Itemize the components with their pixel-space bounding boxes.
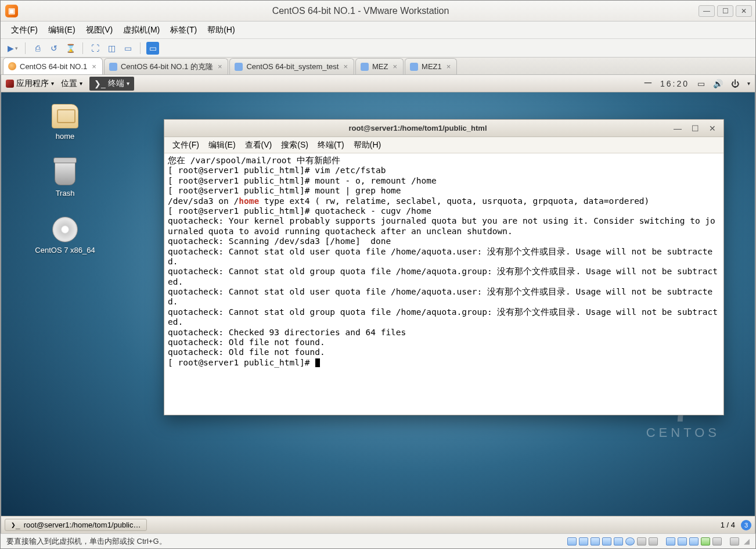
taskbar-terminal-button[interactable]: ❯_ root@server1:/home/tom1/public… xyxy=(5,519,147,531)
terminal-line: quotacheck: Scanning /dev/sda3 [/home] d… xyxy=(168,236,720,246)
term-menu-view[interactable]: 查看(V) xyxy=(242,138,276,152)
terminal-cursor xyxy=(315,358,320,367)
desktop-icon-trash[interactable]: Trash xyxy=(24,160,106,198)
apps-label: 应用程序 xyxy=(16,78,49,89)
vm-tab[interactable]: CentOS 64-bit NO.1 的克隆 × xyxy=(104,58,229,74)
unity-icon[interactable]: ◫ xyxy=(105,42,118,55)
terminal-maximize-button[interactable]: ☐ xyxy=(690,123,700,134)
vmware-app-icon: ▣ xyxy=(5,5,18,17)
hdd-icon[interactable] xyxy=(602,537,611,546)
vm-tab-label: MEZ xyxy=(372,62,388,71)
usb-icon[interactable] xyxy=(649,537,658,546)
vm-tab-label: CentOS 64-bit NO.1 xyxy=(20,62,87,71)
menu-help[interactable]: 帮助(H) xyxy=(203,23,239,37)
term-menu-terminal[interactable]: 终端(T) xyxy=(314,138,348,152)
term-menu-file[interactable]: 文件(F) xyxy=(169,138,203,152)
desktop-icon-home[interactable]: home xyxy=(24,104,106,141)
desktop-icon-iso[interactable]: CentOS 7 x86_64 xyxy=(24,217,106,254)
display-icon[interactable] xyxy=(712,537,722,546)
chevron-down-icon: ▾ xyxy=(127,80,129,87)
sound-icon[interactable] xyxy=(701,537,710,546)
message-log-icon[interactable] xyxy=(730,537,739,546)
term-menu-search[interactable]: 搜索(S) xyxy=(278,138,312,152)
nic-icon[interactable] xyxy=(678,537,687,546)
terminal-line: quotacheck: Checked 93 directories and 6… xyxy=(168,328,720,338)
vm-tab[interactable]: CentOS 64-bit NO.1 × xyxy=(3,58,103,74)
running-terminal-menu[interactable]: ❯_ 终端 ▾ xyxy=(89,77,134,91)
close-button[interactable]: ✕ xyxy=(736,5,752,17)
terminal-line: quotacheck: Old file not found. xyxy=(168,347,720,357)
guest-display[interactable]: 应用程序 ▾ 位置 ▾ ❯_ 终端 ▾ 一 16:20 ▭ 🔊 ⏻ xyxy=(1,75,755,533)
printer-icon[interactable] xyxy=(689,537,699,546)
vmware-tabs: CentOS 64-bit NO.1 × CentOS 64-bit NO.1 … xyxy=(1,58,755,75)
hdd-icon[interactable] xyxy=(567,537,577,546)
hdd-icon[interactable] xyxy=(614,537,623,546)
terminal-body[interactable]: 您在 /var/spool/mail/root 中有新邮件[ root@serv… xyxy=(164,153,723,415)
desktop-icon-label: Trash xyxy=(24,189,106,198)
term-menu-help[interactable]: 帮助(H) xyxy=(350,138,384,152)
menu-edit[interactable]: 编辑(E) xyxy=(44,23,80,37)
menu-file[interactable]: 文件(F) xyxy=(6,23,42,37)
stretch-guest-icon[interactable]: ▭ xyxy=(146,42,159,55)
vm-tab-icon xyxy=(235,63,243,71)
applications-menu[interactable]: 应用程序 ▾ xyxy=(6,78,54,89)
vm-tab[interactable]: MEZ1 × xyxy=(405,58,457,74)
vm-tab-close-icon[interactable]: × xyxy=(447,62,451,71)
folder-icon xyxy=(52,104,78,128)
menu-view[interactable]: 视图(V) xyxy=(81,23,118,37)
terminal-minimize-button[interactable]: — xyxy=(672,123,683,134)
terminal-close-button[interactable]: ✕ xyxy=(707,123,718,134)
vm-tab-label: MEZ1 xyxy=(422,62,442,71)
terminal-icon: ❯_ xyxy=(94,79,106,88)
terminal-line: [ root@server1 public_html]# vim /etc/fs… xyxy=(168,166,720,175)
vm-tab[interactable]: CentOS 64-bit_system_test × xyxy=(229,58,354,74)
power-icon[interactable]: ⏻ xyxy=(731,79,739,88)
term-menu-edit[interactable]: 编辑(E) xyxy=(205,138,239,152)
terminal-line: /dev/sda3 on /home type ext4 ( rw, relat… xyxy=(168,196,720,206)
vmware-statusbar: 要直接输入到此虚拟机，单击内部或按 Ctrl+G。 ◢ xyxy=(1,533,755,548)
places-menu[interactable]: 位置 ▾ xyxy=(61,78,82,89)
hdd-icon[interactable] xyxy=(579,537,588,546)
snapshot-revert-icon[interactable]: ↺ xyxy=(48,42,60,55)
terminal-menubar: 文件(F) 编辑(E) 查看(V) 搜索(S) 终端(T) 帮助(H) xyxy=(164,137,723,153)
resize-grip-icon[interactable]: ◢ xyxy=(744,537,750,546)
desktop-icon-label: CentOS 7 x86_64 xyxy=(24,246,106,254)
desktop-icon-label: home xyxy=(24,132,106,141)
centos-word-text: CENTOS xyxy=(646,425,720,440)
floppy-icon[interactable] xyxy=(637,537,646,546)
hdd-icon[interactable] xyxy=(591,537,600,546)
toolbar-sep xyxy=(82,42,83,54)
chevron-down-icon[interactable]: ▾ xyxy=(747,80,750,87)
clock-label[interactable]: 16:20 xyxy=(660,79,689,88)
terminal-line: [ root@server1 public_html]# quotacheck … xyxy=(168,206,720,216)
disc-icon xyxy=(52,217,78,242)
cd-icon[interactable] xyxy=(625,537,635,546)
vm-tab-close-icon[interactable]: × xyxy=(343,62,348,71)
workspace-pager[interactable]: 1 / 4 3 xyxy=(721,520,751,530)
vm-tab[interactable]: MEZ × xyxy=(355,58,404,74)
vm-tab-icon xyxy=(410,63,418,71)
console-view-icon[interactable]: ▭ xyxy=(121,42,134,55)
vmware-titlebar[interactable]: ▣ CentOS 64-bit NO.1 - VMware Workstatio… xyxy=(1,1,755,21)
vm-tab-icon xyxy=(109,63,117,71)
fullscreen-icon[interactable]: ⛶ xyxy=(89,42,102,55)
terminal-line: quotacheck: Old file not found. xyxy=(168,338,720,347)
vm-tab-close-icon[interactable]: × xyxy=(218,62,222,71)
maximize-button[interactable]: ☐ xyxy=(717,5,733,17)
vmware-window: ▣ CentOS 64-bit NO.1 - VMware Workstatio… xyxy=(0,0,756,549)
volume-icon[interactable]: 🔊 xyxy=(713,79,723,88)
terminal-window[interactable]: root@server1:/home/tom1/public_html — ☐ … xyxy=(164,119,724,415)
menu-tabs[interactable]: 标签(T) xyxy=(165,23,201,37)
minimize-button[interactable]: — xyxy=(699,5,715,17)
snapshot-manager-icon[interactable]: ⌛ xyxy=(64,42,77,55)
menu-vm[interactable]: 虚拟机(M) xyxy=(118,23,164,37)
vm-tab-close-icon[interactable]: × xyxy=(393,62,397,71)
snapshot-take-icon[interactable]: ⎙ xyxy=(31,42,44,55)
nic-icon[interactable] xyxy=(666,537,675,546)
vm-tab-close-icon[interactable]: × xyxy=(92,62,96,71)
terminal-titlebar[interactable]: root@server1:/home/tom1/public_html — ☐ … xyxy=(164,120,723,137)
display-icon[interactable]: ▭ xyxy=(697,79,705,88)
terminal-line: quotacheck: Cannot stat old group quota … xyxy=(168,267,720,287)
power-dropdown-icon[interactable]: ▶ xyxy=(6,42,19,55)
terminal-line: [ root@server1 public_html]# xyxy=(168,358,720,368)
